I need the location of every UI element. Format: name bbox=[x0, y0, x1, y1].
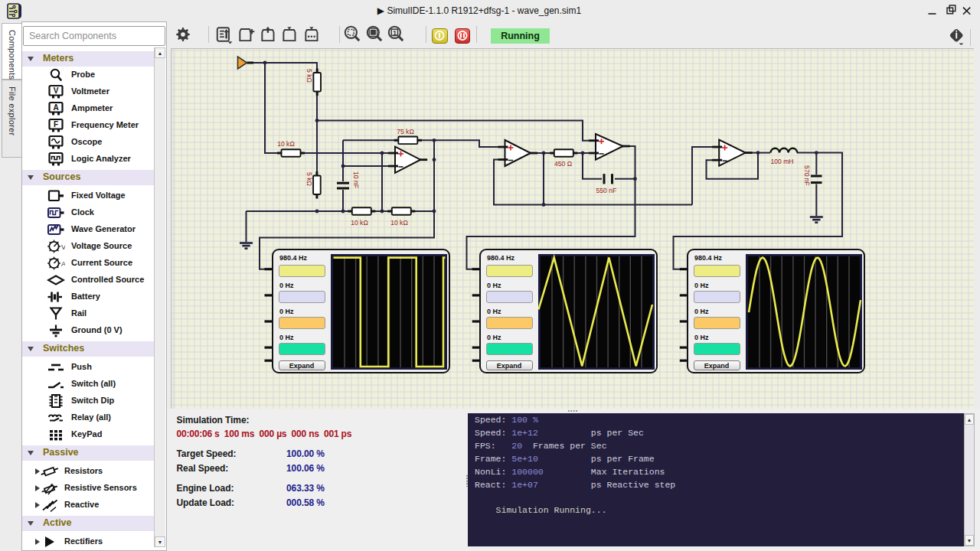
svg-text:F: F bbox=[54, 120, 58, 129]
svg-text:1: 1 bbox=[393, 29, 397, 37]
svg-text:10 nF: 10 nF bbox=[352, 171, 360, 188]
svg-text:V: V bbox=[61, 243, 65, 251]
svg-text:10 kΩ: 10 kΩ bbox=[390, 219, 408, 227]
svg-text:5 kΩ: 5 kΩ bbox=[305, 69, 313, 83]
svg-text:10 kΩ: 10 kΩ bbox=[277, 140, 295, 148]
svg-text:100 mH: 100 mH bbox=[770, 158, 793, 165]
svg-text:450 Ω: 450 Ω bbox=[554, 160, 573, 168]
svg-text:5 kΩ: 5 kΩ bbox=[305, 172, 313, 186]
svg-text:10 kΩ: 10 kΩ bbox=[351, 219, 368, 227]
svg-text:550 nF: 550 nF bbox=[596, 187, 616, 194]
svg-text:A: A bbox=[61, 260, 65, 268]
svg-text:A: A bbox=[53, 103, 58, 112]
svg-text:570 nF: 570 nF bbox=[803, 165, 811, 186]
svg-text:V: V bbox=[54, 86, 59, 95]
svg-text:75 kΩ: 75 kΩ bbox=[397, 128, 414, 135]
